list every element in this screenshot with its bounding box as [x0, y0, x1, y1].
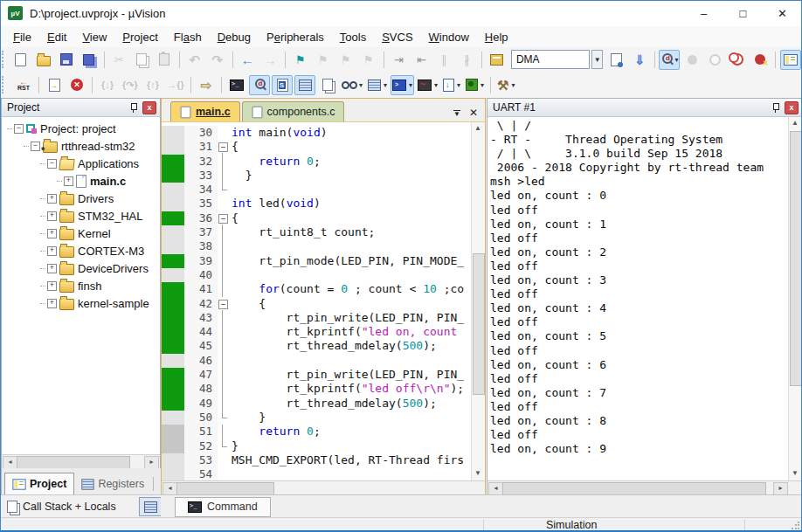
tree-item-applications[interactable]: −Applications [2, 155, 160, 172]
menu-peripherals[interactable]: Peripherals [259, 28, 332, 46]
scroll-thumb[interactable] [790, 131, 802, 386]
find-text-combobox[interactable]: DMA [511, 50, 591, 69]
kill-all-breakpoints-icon[interactable] [750, 50, 771, 70]
find-results-icon[interactable] [606, 50, 627, 70]
copy-icon[interactable] [131, 50, 152, 70]
scroll-thumb[interactable] [473, 253, 485, 395]
scroll-down-icon[interactable]: ▼ [790, 468, 800, 480]
stop-debug-icon[interactable] [66, 75, 87, 95]
close-button[interactable]: ✕ [763, 0, 802, 26]
code-line-45[interactable]: 45 rt_thread_mdelay(500); [162, 339, 472, 353]
registers-window-icon[interactable] [294, 75, 315, 95]
code-line-51[interactable]: 51 return 0; [162, 425, 472, 439]
memory-window-icon-dropdown[interactable]: ▾ [384, 81, 387, 89]
bookmark-next-icon[interactable]: ⚑ [335, 50, 356, 70]
step-out-icon[interactable]: {↑} [142, 75, 163, 95]
scroll-right-icon[interactable]: ▸ [773, 482, 788, 495]
configure-tools-icon-dropdown[interactable]: ▾ [512, 81, 515, 89]
watch-window-icon-dropdown[interactable]: ▾ [359, 81, 363, 89]
resize-grip[interactable] [791, 522, 799, 530]
reset-cpu-icon[interactable]: RST [13, 75, 34, 95]
run-icon[interactable]: ⇨ [196, 75, 217, 95]
system-viewer-icon[interactable]: ▾ [441, 75, 462, 95]
find-combo-dropdown-button[interactable]: ▼ [591, 50, 603, 69]
uncomment-icon[interactable]: ∦ [456, 50, 477, 70]
incremental-find-icon-dropdown[interactable]: ▾ [674, 56, 678, 64]
serial-window-icon[interactable]: ▾ [391, 75, 414, 95]
show-next-statement-icon[interactable] [44, 75, 65, 95]
bookmark-toggle-icon[interactable]: ⚑ [290, 50, 311, 70]
logic-analyzer-icon[interactable]: ▾ [416, 75, 439, 95]
watch-window-icon[interactable]: ▾ [340, 75, 364, 95]
find-next-icon[interactable]: ⇓ [629, 50, 650, 70]
menu-tools[interactable]: Tools [332, 28, 374, 46]
paste-icon[interactable] [154, 50, 175, 70]
editor-hscrollbar[interactable]: ◂ [162, 480, 485, 495]
code-line-38[interactable]: 38 [162, 239, 472, 253]
indent-right-icon[interactable]: ⇥ [388, 50, 409, 70]
tree-item-cortex-m3[interactable]: +CORTEX-M3 [2, 242, 160, 259]
scroll-left-icon[interactable]: ◂ [162, 482, 177, 495]
open-file-icon[interactable] [33, 50, 54, 70]
memory-pane-button[interactable] [139, 497, 162, 516]
memory-window-icon[interactable]: ▾ [366, 75, 389, 95]
pin-icon[interactable] [771, 102, 780, 113]
editor-tab-main-c[interactable]: main.c [170, 101, 240, 121]
find-in-files-icon[interactable] [487, 50, 508, 70]
collapse-icon[interactable]: − [31, 142, 40, 151]
tree-item-stm32-hal[interactable]: +STM32_HAL [2, 207, 160, 225]
maximize-button[interactable]: □ [723, 0, 763, 26]
code-line-31[interactable]: 31{ [162, 140, 472, 154]
comment-icon[interactable]: ∥ [433, 50, 454, 70]
uart-output[interactable]: \ | /- RT - Thread Operating System / | … [490, 119, 789, 480]
scroll-thumb[interactable] [502, 482, 766, 495]
code-line-46[interactable]: 46 [162, 354, 472, 368]
code-line-34[interactable]: 34 [162, 183, 472, 197]
expand-icon[interactable]: + [47, 229, 57, 238]
cut-icon[interactable]: ✂ [108, 50, 129, 70]
tree-item-drivers[interactable]: +Drivers [2, 190, 160, 207]
code-line-43[interactable]: 43 rt_pin_write(LED_PIN, PIN_ [162, 311, 472, 325]
code-line-32[interactable]: 32 return 0; [162, 155, 472, 169]
tree-item-kernel[interactable]: +Kernel [2, 225, 160, 242]
command-window-icon[interactable] [226, 75, 247, 95]
project-hscrollbar[interactable]: ◂ ▸ [2, 454, 160, 469]
fold-collapse-icon[interactable] [218, 211, 229, 225]
navigate-forward-icon[interactable]: → [259, 50, 280, 70]
code-line-52[interactable]: 52} [162, 439, 472, 453]
code-line-53[interactable]: 53MSH_CMD_EXPORT(led, RT-Thread firs [162, 453, 472, 467]
collapse-icon[interactable]: − [14, 124, 24, 134]
insert-breakpoint-icon[interactable] [681, 50, 702, 70]
toolbox-icon[interactable]: ▾ [464, 75, 486, 95]
minimize-button[interactable]: – [684, 0, 723, 26]
code-line-54[interactable]: 54 [162, 467, 472, 480]
code-line-50[interactable]: 50 } [162, 411, 472, 425]
scroll-up-icon[interactable]: ▲ [473, 123, 483, 135]
redo-icon[interactable]: ↷ [207, 50, 228, 70]
menu-help[interactable]: Help [477, 28, 516, 46]
menu-debug[interactable]: Debug [210, 28, 259, 46]
tab-project[interactable]: Project [4, 473, 74, 494]
expand-icon[interactable]: + [47, 194, 57, 204]
uart-panel-close-icon[interactable]: x [785, 101, 799, 114]
symbol-window-icon[interactable] [272, 75, 293, 95]
menu-file[interactable]: File [5, 28, 39, 46]
logic-analyzer-icon-dropdown[interactable]: ▾ [434, 81, 438, 89]
code-line-40[interactable]: 40 [162, 268, 472, 282]
window-list-icon[interactable]: ▼ [453, 110, 460, 116]
save-all-icon[interactable] [79, 50, 100, 70]
code-line-37[interactable]: 37 rt_uint8_t count; [162, 225, 472, 239]
tree-item-project-project[interactable]: −Project: project [2, 120, 160, 137]
indent-left-icon[interactable]: ⇤ [411, 50, 432, 70]
code-line-35[interactable]: 35int led(void) [162, 197, 472, 211]
uart-vscrollbar[interactable]: ▲ ▼ [788, 117, 802, 480]
menu-view[interactable]: View [74, 28, 114, 46]
uart-hscrollbar[interactable]: ◂ ▸ [487, 480, 802, 495]
scroll-left-icon[interactable]: ◂ [3, 456, 17, 469]
scroll-thumb[interactable] [176, 482, 274, 495]
serial-window-icon-dropdown[interactable]: ▾ [409, 81, 412, 89]
configure-tools-icon[interactable]: ⚒▾ [495, 75, 516, 95]
toolbox-icon-dropdown[interactable]: ▾ [481, 81, 484, 89]
scroll-right-icon[interactable]: ▸ [144, 456, 159, 469]
expand-icon[interactable]: + [47, 281, 57, 291]
